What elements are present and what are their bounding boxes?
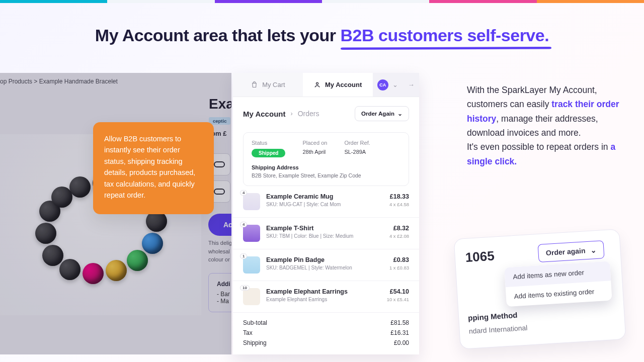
account-nav-controls[interactable]: CA ⌄ → — [373, 73, 420, 97]
order-again-dropdown-preview: 1065 Order again⌄ Add items as new order… — [454, 229, 626, 349]
chevron-down-icon: ⌄ — [392, 81, 398, 88]
order-line-item: 4 Example Ceramic MugSKU: MUG-CAT | Styl… — [233, 186, 419, 218]
order-line-item: 10 Example Elephant EarringsExample Elep… — [233, 281, 419, 313]
order-line-item: 1 Example Pin BadgeSKU: BADGEMEL | Style… — [233, 249, 419, 281]
bag-icon — [251, 81, 258, 88]
order-summary-card: StatusShipped Placed on28th April Order … — [243, 132, 409, 186]
item-thumbnail: 4 — [243, 225, 260, 242]
shipping-method-value: ndard International — [468, 324, 528, 335]
page-title: My Account area that lets your B2B custo… — [0, 26, 644, 45]
item-thumbnail: 1 — [243, 256, 260, 274]
shipping-method-label: pping Method — [468, 311, 518, 322]
top-brand-stripe — [0, 0, 644, 3]
chevron-down-icon: ⌄ — [590, 246, 597, 254]
order-again-menu: Add items as new order Add items to exis… — [504, 261, 612, 307]
order-again-button[interactable]: Order again⌄ — [538, 240, 605, 262]
arrow-right-icon[interactable]: → — [408, 81, 415, 88]
item-thumbnail: 4 — [243, 193, 260, 210]
user-icon — [313, 81, 321, 88]
item-thumbnail: 10 — [243, 288, 260, 305]
svg-point-0 — [316, 82, 318, 84]
my-account-panel: My Cart My Account CA ⌄ → My Account › O… — [233, 73, 419, 354]
add-to-cart-button[interactable]: Ac — [208, 214, 231, 236]
marketing-copy: With the SparkLayer My Account, customer… — [467, 83, 623, 168]
status-badge: Shipped — [252, 149, 285, 157]
tab-my-cart[interactable]: My Cart — [233, 73, 303, 97]
callout-tooltip: Allow B2B customers to instantly see the… — [93, 122, 214, 214]
product-info-card: Addi - Bar - Ma — [208, 273, 231, 312]
chevron-down-icon: ⌄ — [397, 110, 403, 117]
order-totals: Sub-total£81.58 Tax£16.31 Shipping£0.00 — [233, 313, 419, 348]
breadcrumb: My Account › Orders Order Again⌄ — [233, 97, 419, 130]
tab-my-account[interactable]: My Account — [303, 73, 373, 97]
avatar[interactable]: CA — [377, 79, 388, 90]
order-line-item: 4 Example T-ShirtSKU: TBM | Color: Blue … — [233, 218, 419, 249]
order-again-button[interactable]: Order Again⌄ — [355, 106, 409, 121]
chevron-right-icon: › — [290, 110, 292, 117]
